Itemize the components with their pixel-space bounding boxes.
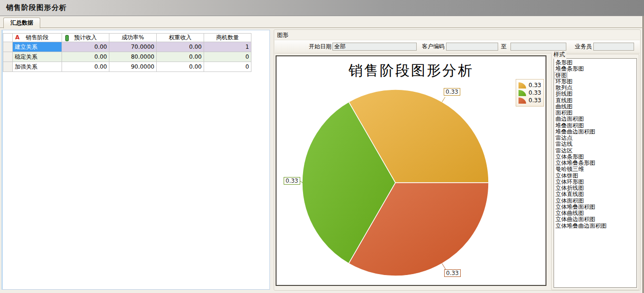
chart-style-listbox[interactable]: 条形图堆叠条形图饼图环形图散列点折线图直线图曲线图面积图曲边面积图堆叠面积图堆叠… xyxy=(554,58,637,288)
style-list-item[interactable]: 立体条形图 xyxy=(555,154,584,160)
cell-success[interactable]: 80.0000 xyxy=(109,52,157,62)
table-row: 稳定关系 0.00 80.0000 0.00 0 xyxy=(3,52,251,62)
cell-stage-selected[interactable]: 建立关系 xyxy=(13,42,62,52)
legend-value: 0.33 xyxy=(528,97,541,104)
salesman-input[interactable] xyxy=(593,43,634,51)
column-header-stage[interactable]: A 销售阶段 xyxy=(13,34,62,42)
style-list-item[interactable]: 雷达区 xyxy=(555,148,573,154)
salesman-label: 业务员 xyxy=(573,43,592,51)
legend-value: 0.33 xyxy=(528,89,541,96)
row-selector[interactable] xyxy=(3,62,13,72)
title-banner: 销售阶段图形分析 xyxy=(0,0,644,16)
style-list-item[interactable]: 立体堆叠曲边面积图 xyxy=(555,223,607,229)
style-list-item[interactable]: 立体饼图 xyxy=(555,173,579,179)
column-header-success[interactable]: 成功率% xyxy=(109,34,157,42)
page-title: 销售阶段图形分析 xyxy=(6,3,67,12)
table-header-row: A 销售阶段 预计收入 成功率% 权重收入 商机数量 xyxy=(3,34,251,42)
row-selector[interactable] xyxy=(3,52,13,62)
customer-code-input[interactable] xyxy=(446,43,498,51)
style-list-item[interactable]: 立体环形图 xyxy=(555,179,584,185)
legend-swatch-green-icon xyxy=(519,90,526,96)
pie-chart-area: 销售阶段图形分析 0.33 0.33 0.33 0.33 0.33 0.33 xyxy=(276,55,546,286)
style-list-item[interactable]: 曲边面积图 xyxy=(555,116,584,122)
tab-label: 汇总数据 xyxy=(10,19,33,26)
column-header-count[interactable]: 商机数量 xyxy=(204,34,251,42)
cell-count[interactable]: 0 xyxy=(204,52,251,62)
style-list-item[interactable]: 立体面积图 xyxy=(555,198,584,204)
legend-value: 0.33 xyxy=(528,82,541,89)
legend-swatch-red-icon xyxy=(519,98,526,104)
cell-weighted[interactable]: 0.00 xyxy=(157,62,204,72)
cell-success[interactable]: 90.0000 xyxy=(109,62,157,72)
slice-label-red: 0.33 xyxy=(444,269,461,277)
green-bar-field-icon xyxy=(65,35,69,41)
legend-swatch-orange-icon xyxy=(519,82,526,89)
cell-expected[interactable]: 0.00 xyxy=(62,42,109,52)
tabbar-divider xyxy=(0,27,644,28)
style-list-item[interactable]: 环形图 xyxy=(555,79,573,85)
style-list-item[interactable]: 饼图 xyxy=(555,72,567,79)
style-list-item[interactable]: 立体堆叠条形图 xyxy=(555,160,596,166)
style-list-item[interactable]: 堆叠面积图 xyxy=(555,123,584,129)
start-date-label: 开始日期 xyxy=(305,43,331,51)
cell-weighted[interactable]: 0.00 xyxy=(157,52,204,62)
range-to-label: 至 xyxy=(501,43,507,51)
start-date-input[interactable] xyxy=(332,43,417,51)
summary-grid-panel: A 销售阶段 预计收入 成功率% 权重收入 商机数量 建立关系 0.00 70.… xyxy=(1,30,270,290)
red-a-sort-icon: A xyxy=(15,34,19,41)
column-header-label: 商机数量 xyxy=(216,34,239,41)
pie-chart-svg xyxy=(277,56,546,285)
style-list-item[interactable]: 立体曲线图 xyxy=(555,210,584,216)
cell-count[interactable]: 1 xyxy=(204,42,251,52)
cell-stage[interactable]: 稳定关系 xyxy=(13,52,62,62)
style-list-item[interactable]: 面积图 xyxy=(555,110,573,116)
table-row: 建立关系 0.00 70.0000 0.00 1 xyxy=(3,42,251,52)
styles-group: 样式 条形图堆叠条形图饼图环形图散列点折线图直线图曲线图面积图曲边面积图堆叠面积… xyxy=(551,51,639,290)
legend-row: 0.33 xyxy=(519,89,541,97)
chart-legend: 0.33 0.33 0.33 xyxy=(516,79,544,107)
row-selector-header[interactable] xyxy=(3,34,13,42)
style-list-item[interactable]: 曼哈顿三维 xyxy=(555,166,584,172)
cell-weighted[interactable]: 0.00 xyxy=(157,42,204,52)
style-list-item[interactable]: 条形图 xyxy=(555,60,573,66)
tab-summary-data[interactable]: 汇总数据 xyxy=(3,18,40,28)
style-list-item[interactable]: 散列点 xyxy=(555,85,573,91)
slice-label-orange: 0.33 xyxy=(444,88,460,96)
summary-table: A 销售阶段 预计收入 成功率% 权重收入 商机数量 建立关系 0.00 70.… xyxy=(3,33,251,72)
style-list-item[interactable]: 立体直线图 xyxy=(555,191,584,197)
graph-group-panel: 图形 开始日期 客户编码 至 业务员 销售阶段图形分析 0.33 0.33 0.… xyxy=(274,29,641,291)
legend-row: 0.33 xyxy=(519,81,541,89)
style-list-item[interactable]: 立体曲边面积图 xyxy=(555,216,596,222)
style-list-item[interactable]: 雷达点 xyxy=(555,135,573,141)
slice-label-green: 0.33 xyxy=(284,177,300,185)
column-header-expected[interactable]: 预计收入 xyxy=(62,34,109,42)
style-list-item[interactable]: 立体堆叠面积图 xyxy=(555,204,596,210)
cell-stage[interactable]: 加强关系 xyxy=(13,62,62,72)
style-list-item[interactable]: 折线图 xyxy=(555,91,573,97)
app-window: { "window_title": "销售阶段图形分析", "tab": { "… xyxy=(0,0,644,293)
column-header-label: 权重收入 xyxy=(169,34,192,41)
cell-expected[interactable]: 0.00 xyxy=(62,52,109,62)
cell-count[interactable]: 0 xyxy=(204,62,251,72)
style-list-item[interactable]: 曲线图 xyxy=(555,104,573,110)
style-list-item[interactable]: 立体折线图 xyxy=(555,185,584,191)
legend-row: 0.33 xyxy=(519,97,541,104)
column-header-label: 成功率% xyxy=(122,34,144,41)
customer-code-to-input[interactable] xyxy=(510,43,566,51)
cell-expected[interactable]: 0.00 xyxy=(62,62,109,72)
style-list-item[interactable]: 堆叠曲边面积图 xyxy=(555,129,596,135)
style-list-item[interactable]: 直线图 xyxy=(555,98,573,104)
row-selector[interactable] xyxy=(3,42,13,52)
column-header-label: 销售阶段 xyxy=(26,34,49,41)
column-header-weighted[interactable]: 权重收入 xyxy=(157,34,204,42)
cell-success[interactable]: 70.0000 xyxy=(109,42,157,52)
column-header-label: 预计收入 xyxy=(74,34,97,41)
graph-group-label: 图形 xyxy=(277,31,288,39)
style-list-item[interactable]: 堆叠条形图 xyxy=(555,66,584,72)
window-frame-edge xyxy=(643,16,644,293)
customer-code-label: 客户编码 xyxy=(420,43,445,51)
table-row: 加强关系 0.00 90.0000 0.00 0 xyxy=(3,62,251,72)
styles-group-label: 样式 xyxy=(552,51,566,59)
style-list-item[interactable]: 雷达线 xyxy=(555,141,573,147)
